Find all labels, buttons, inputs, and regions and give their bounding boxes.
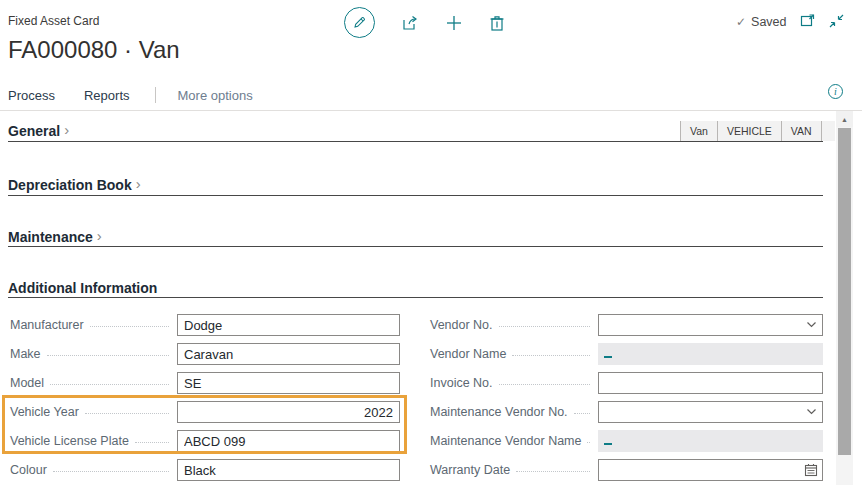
menu-divider <box>155 87 156 103</box>
scrollbar-up-button[interactable]: ▲ <box>836 111 853 127</box>
vertical-scrollbar[interactable]: ▲ <box>836 111 853 485</box>
field-colour: Colour <box>10 459 400 481</box>
colour-input[interactable] <box>177 459 400 481</box>
save-status: ✓ Saved <box>736 15 787 29</box>
menu-bar: Process Reports More options <box>8 86 253 104</box>
empty-value-dash[interactable] <box>604 356 612 358</box>
record-tags: Van VEHICLE VAN <box>680 121 835 141</box>
dotted-leader <box>516 463 590 472</box>
chevron-right-icon: › <box>97 227 102 244</box>
dotted-leader <box>587 434 590 443</box>
section-line-depreciation <box>8 195 823 196</box>
dotted-leader <box>85 405 169 414</box>
dotted-leader <box>47 347 169 356</box>
warranty-date-input[interactable] <box>598 459 823 481</box>
field-label: Maintenance Vendor No. <box>430 405 568 419</box>
field-vendor-name: Vendor Name <box>430 343 823 365</box>
tag-van[interactable]: Van <box>680 121 718 141</box>
section-line-general <box>8 141 823 142</box>
field-vehicle-license-plate: Vehicle License Plate <box>10 430 400 452</box>
tag-vehicle[interactable]: VEHICLE <box>718 121 782 141</box>
collapse-arrows-icon <box>829 14 844 28</box>
dotted-leader <box>50 376 169 385</box>
menu-reports[interactable]: Reports <box>84 88 130 103</box>
chevron-right-icon: › <box>64 121 69 138</box>
vehicle-year-input[interactable] <box>177 401 400 423</box>
share-icon <box>401 14 419 32</box>
delete-button[interactable] <box>489 14 505 32</box>
make-input[interactable] <box>177 343 400 365</box>
vehicle-license-plate-input[interactable] <box>177 430 400 452</box>
empty-value-dash[interactable] <box>604 443 612 445</box>
vendor-no-input[interactable] <box>598 314 823 336</box>
menu-process[interactable]: Process <box>8 88 55 103</box>
collapse-button[interactable] <box>829 14 844 28</box>
maintenance-vendor-name-readonly-field <box>598 430 823 452</box>
section-additional-label: Additional Information <box>8 280 157 296</box>
page-title: FA000080 · Van <box>8 36 180 64</box>
field-label: Vehicle License Plate <box>10 434 129 448</box>
dotted-leader <box>499 376 590 385</box>
field-make: Make <box>10 343 400 365</box>
field-label: Vendor Name <box>430 347 506 361</box>
action-bar <box>344 7 505 38</box>
field-label: Colour <box>10 463 47 477</box>
field-label: Maintenance Vendor Name <box>430 434 581 448</box>
chevron-down-icon[interactable] <box>805 318 818 331</box>
dotted-leader <box>90 318 169 327</box>
popout-window-button[interactable] <box>800 13 816 28</box>
chevron-down-icon[interactable] <box>805 405 818 418</box>
popout-window-icon <box>800 13 816 28</box>
menu-more-options[interactable]: More options <box>178 88 253 103</box>
tag-stub <box>822 121 835 141</box>
invoice-no-input[interactable] <box>598 372 823 394</box>
field-maintenance-vendor-name: Maintenance Vendor Name <box>430 430 823 452</box>
calendar-icon[interactable] <box>804 463 818 477</box>
chevron-right-icon: › <box>136 175 141 192</box>
maintenance-vendor-no-input[interactable] <box>598 401 823 423</box>
trash-icon <box>489 14 505 32</box>
vendor-name-readonly-field <box>598 343 823 365</box>
plus-icon <box>445 14 463 32</box>
check-icon: ✓ <box>736 15 746 29</box>
section-general[interactable]: General › <box>8 122 69 139</box>
field-invoice-no: Invoice No. <box>430 372 823 394</box>
dotted-leader <box>135 434 169 443</box>
share-button[interactable] <box>401 14 419 32</box>
fields-left-column: Manufacturer Make Model Vehicle Year Veh… <box>10 314 400 485</box>
dotted-leader <box>53 463 169 472</box>
section-depreciation-book[interactable]: Depreciation Book › <box>8 176 141 193</box>
section-maintenance-label: Maintenance <box>8 229 93 245</box>
field-label: Invoice No. <box>430 376 493 390</box>
field-label: Manufacturer <box>10 318 84 332</box>
field-vehicle-year: Vehicle Year <box>10 401 400 423</box>
info-icon[interactable]: i <box>828 84 843 99</box>
field-label: Vehicle Year <box>10 405 79 419</box>
field-label: Warranty Date <box>430 463 510 477</box>
dotted-leader <box>574 405 590 414</box>
field-warranty-date: Warranty Date <box>430 459 823 481</box>
fields-right-column: Vendor No. Vendor Name Invoice No. Maint… <box>430 314 823 485</box>
edit-button[interactable] <box>344 7 375 38</box>
scrollbar-thumb[interactable] <box>838 128 851 455</box>
field-vendor-no: Vendor No. <box>430 314 823 336</box>
field-label: Model <box>10 376 44 390</box>
field-maintenance-vendor-no: Maintenance Vendor No. <box>430 401 823 423</box>
window-controls <box>800 13 844 28</box>
section-depreciation-label: Depreciation Book <box>8 177 132 193</box>
menubar-divider-line <box>0 110 862 111</box>
saved-label: Saved <box>751 15 786 29</box>
pencil-icon <box>352 15 367 30</box>
section-additional-information[interactable]: Additional Information <box>8 280 157 296</box>
manufacturer-input[interactable] <box>177 314 400 336</box>
dotted-leader <box>499 318 590 327</box>
field-model: Model <box>10 372 400 394</box>
field-manufacturer: Manufacturer <box>10 314 400 336</box>
tag-van-caps[interactable]: VAN <box>782 121 822 141</box>
section-general-label: General <box>8 123 60 139</box>
new-button[interactable] <box>445 14 463 32</box>
field-label: Make <box>10 347 41 361</box>
section-maintenance[interactable]: Maintenance › <box>8 228 102 245</box>
section-line-maintenance <box>8 246 823 247</box>
model-input[interactable] <box>177 372 400 394</box>
